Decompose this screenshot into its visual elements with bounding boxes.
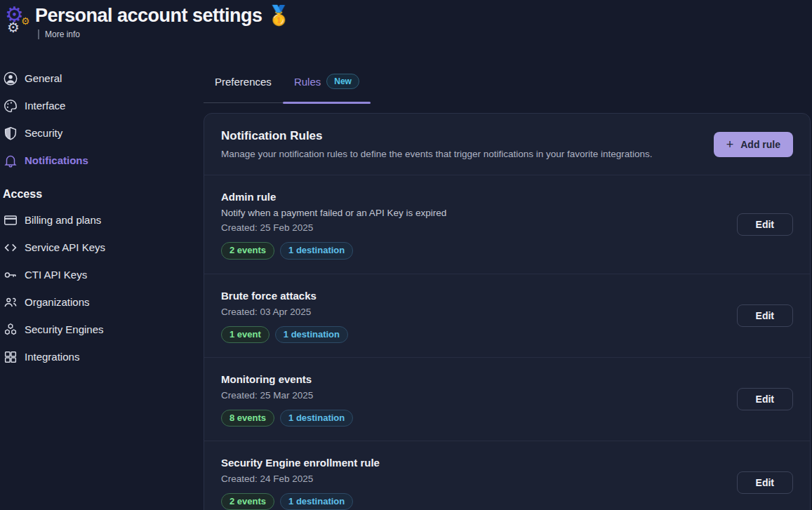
- edit-button[interactable]: Edit: [737, 304, 793, 327]
- sidebar-item-label: Billing and plans: [25, 214, 101, 226]
- edit-button[interactable]: Edit: [737, 471, 793, 494]
- tab-bar: Preferences Rules New: [204, 68, 371, 103]
- notification-rules-panel: Notification Rules Manage your notificat…: [204, 113, 811, 510]
- tab-label: Rules: [294, 76, 321, 88]
- main-content: Preferences Rules New Notification Rules…: [204, 0, 812, 510]
- events-badge: 8 events: [221, 410, 274, 427]
- sidebar-item-label: General: [25, 72, 62, 84]
- divider: [38, 29, 39, 39]
- sidebar-item-label: Interface: [25, 100, 65, 112]
- cubes-icon: [3, 322, 18, 337]
- sidebar-item-label: Integrations: [25, 351, 79, 363]
- medal-emoji: 🥇: [267, 5, 291, 26]
- rule-created-date: Created: 03 Apr 2025: [221, 307, 793, 317]
- rule-created-date: Created: 25 Feb 2025: [221, 222, 793, 233]
- sidebar-item-cti-api-keys[interactable]: CTI API Keys: [3, 261, 204, 288]
- destination-badge: 1 destination: [280, 493, 353, 510]
- tab-preferences[interactable]: Preferences: [204, 68, 283, 102]
- shield-icon: [3, 126, 18, 141]
- panel-description: Manage your notification rules to define…: [221, 149, 653, 159]
- app-root: ⚙ ⚙ ⚙ Personal account settings 🥇 More i…: [0, 0, 812, 510]
- gears-logo-icon: ⚙ ⚙ ⚙: [3, 4, 35, 38]
- rule-name: Monitoring events: [221, 373, 793, 385]
- page-title: Personal account settings 🥇: [35, 4, 291, 27]
- sidebar-item-security-engines[interactable]: Security Engines: [3, 316, 204, 343]
- sidebar-section-access: Access: [3, 188, 204, 201]
- rule-created-date: Created: 24 Feb 2025: [221, 474, 793, 484]
- sidebar-item-label: CTI API Keys: [25, 269, 87, 281]
- edit-button[interactable]: Edit: [737, 388, 793, 410]
- sidebar-nav: General Interface: [3, 65, 204, 370]
- sidebar-item-general[interactable]: General: [3, 65, 204, 92]
- edit-button[interactable]: Edit: [737, 213, 793, 236]
- new-badge: New: [326, 74, 359, 89]
- sidebar-item-notifications[interactable]: Notifications: [3, 147, 204, 174]
- destination-badge: 1 destination: [280, 410, 353, 427]
- rule-name: Brute force attacks: [221, 290, 793, 302]
- sidebar-item-label: Security: [25, 127, 62, 139]
- rule-name: Security Engine enrollment rule: [221, 457, 793, 469]
- sidebar-item-label: Organizations: [25, 296, 90, 308]
- rule-created-date: Created: 25 Mar 2025: [221, 390, 793, 401]
- sidebar-item-label: Security Engines: [25, 323, 104, 335]
- rule-row-brute-force-attacks: Brute force attacks Created: 03 Apr 2025…: [204, 274, 810, 358]
- code-icon: [3, 240, 18, 255]
- add-rule-button[interactable]: + Add rule: [714, 132, 793, 157]
- sidebar-item-organizations[interactable]: Organizations: [3, 288, 204, 316]
- credit-card-icon: [3, 213, 18, 228]
- app-header: ⚙ ⚙ ⚙ Personal account settings 🥇 More i…: [3, 4, 204, 42]
- grid-icon: [3, 349, 18, 365]
- destination-badge: 1 destination: [280, 242, 353, 259]
- sidebar-item-interface[interactable]: Interface: [3, 92, 204, 119]
- rule-row-monitoring-events: Monitoring events Created: 25 Mar 2025 8…: [204, 358, 810, 441]
- sidebar-item-label: Notifications: [25, 154, 88, 166]
- sidebar-item-service-api-keys[interactable]: Service API Keys: [3, 234, 204, 261]
- rule-row-security-engine-enrollment-rule: Security Engine enrollment rule Created:…: [204, 441, 810, 510]
- bell-icon: [3, 153, 18, 168]
- tab-label: Preferences: [215, 76, 272, 88]
- events-badge: 2 events: [221, 493, 274, 510]
- sidebar-item-integrations[interactable]: Integrations: [3, 343, 204, 370]
- sidebar-item-security[interactable]: Security: [3, 119, 204, 147]
- events-badge: 1 event: [221, 326, 269, 343]
- rule-description: Notify when a payment failed or an API K…: [221, 208, 793, 218]
- rule-row-admin-rule: Admin rule Notify when a payment failed …: [204, 175, 810, 274]
- destination-badge: 1 destination: [275, 326, 348, 343]
- panel-header: Notification Rules Manage your notificat…: [204, 114, 810, 175]
- sidebar-item-label: Service API Keys: [25, 241, 105, 253]
- user-icon: [3, 71, 18, 86]
- people-icon: [3, 295, 18, 310]
- sidebar: ⚙ ⚙ ⚙ Personal account settings 🥇 More i…: [0, 0, 204, 510]
- more-info-link[interactable]: More info: [38, 29, 80, 39]
- key-icon: [3, 267, 18, 283]
- tab-rules[interactable]: Rules New: [283, 68, 371, 102]
- rule-name: Admin rule: [221, 191, 793, 203]
- events-badge: 2 events: [221, 242, 274, 259]
- sidebar-item-billing-and-plans[interactable]: Billing and plans: [3, 206, 204, 234]
- plus-icon: +: [726, 138, 734, 151]
- palette-icon: [3, 98, 18, 114]
- panel-title: Notification Rules: [221, 129, 653, 143]
